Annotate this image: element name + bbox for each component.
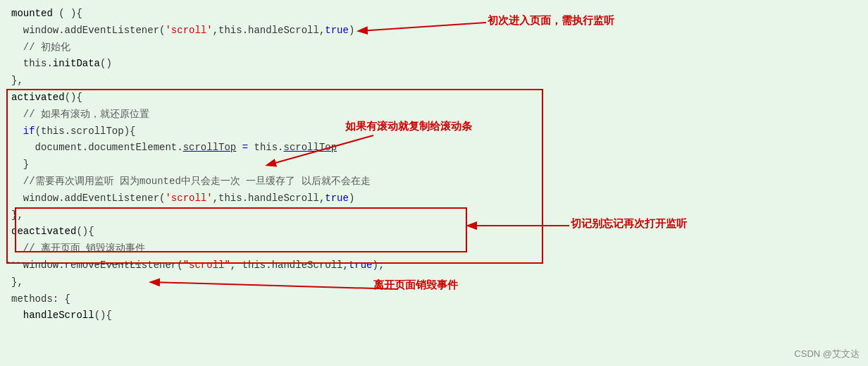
- code-line-18: methods: {: [11, 291, 857, 308]
- code-line-8: if(this.scrollTop){: [11, 123, 857, 140]
- code-line-9: document.documentElement.scrollTop = thi…: [11, 140, 857, 157]
- code-line-7: // 如果有滚动，就还原位置: [11, 106, 857, 123]
- code-line-3: // 初始化: [11, 39, 857, 56]
- code-line-13: },: [11, 207, 857, 224]
- code-block: mounted ( ){ window.addEventListener('sc…: [0, 0, 868, 330]
- code-line-16: window.removeEventListener("scroll", thi…: [11, 257, 857, 274]
- code-line-11: //需要再次调用监听 因为mounted中只会走一次 一旦缓存了 以后就不会在走: [11, 173, 857, 190]
- code-line-2: window.addEventListener('scroll',this.ha…: [11, 23, 857, 39]
- code-line-19: handleScroll(){: [11, 307, 857, 324]
- code-line-5: },: [11, 73, 857, 90]
- code-line-14: deactivated(){: [11, 224, 857, 240]
- code-line-1: mounted ( ){: [11, 6, 857, 23]
- code-line-15: // 离开页面 销毁滚动事件: [11, 240, 857, 257]
- code-line-10: }: [11, 157, 857, 173]
- watermark: CSDN @艾文达: [794, 348, 860, 360]
- code-line-12: window.addEventListener('scroll',this.ha…: [11, 190, 857, 207]
- code-line-17: },: [11, 274, 857, 291]
- code-line-6: activated(){: [11, 90, 857, 106]
- code-line-4: this.initData(): [11, 56, 857, 73]
